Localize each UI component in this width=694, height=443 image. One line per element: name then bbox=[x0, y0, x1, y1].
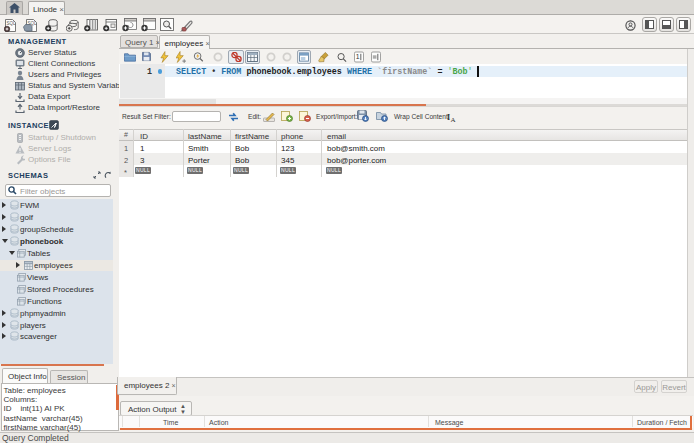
svg-text:SQL: SQL bbox=[7, 21, 17, 26]
svg-text:A: A bbox=[451, 116, 456, 123]
svg-text:1: 1 bbox=[356, 53, 360, 60]
